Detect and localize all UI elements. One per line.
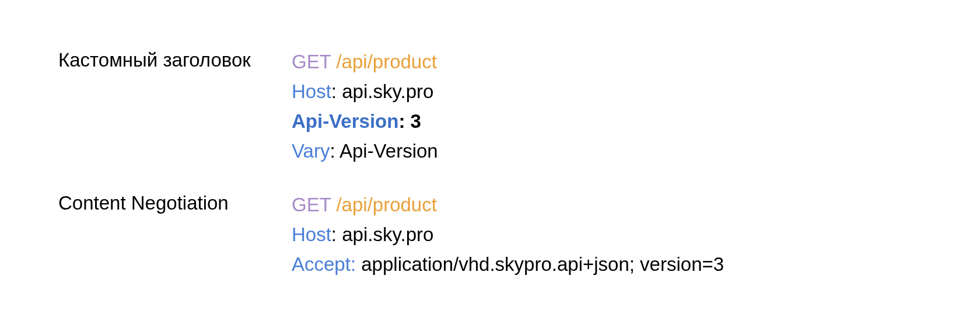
- http-method: GET: [292, 51, 331, 72]
- header-value: Api-Version: [340, 140, 438, 162]
- header-value: 3: [411, 110, 421, 132]
- header-value: application/vhd.skypro.api+json; version…: [361, 253, 724, 275]
- section-custom-header: Кастомный заголовок GET /api/product Hos…: [58, 47, 922, 166]
- header-key: Api-Version: [292, 110, 398, 132]
- section-label: Content Negotiation: [58, 190, 292, 214]
- label-text: Кастомный заголовок: [58, 49, 251, 71]
- request-line: GET /api/product: [292, 47, 922, 76]
- header-value: api.sky.pro: [342, 224, 433, 245]
- http-path: /api/product: [336, 194, 436, 215]
- http-request-block: GET /api/product Host: api.sky.pro Accep…: [292, 190, 922, 279]
- header-line-api-version: Api-Version: 3: [292, 106, 922, 136]
- section-content-negotiation: Content Negotiation GET /api/product Hos…: [58, 190, 922, 279]
- header-key: Accept: [292, 253, 351, 275]
- label-text: Content Negotiation: [58, 192, 229, 214]
- header-key: Vary: [292, 140, 330, 162]
- header-line-host: Host: api.sky.pro: [292, 219, 922, 249]
- http-path: /api/product: [336, 51, 436, 72]
- http-request-block: GET /api/product Host: api.sky.pro Api-V…: [292, 47, 922, 166]
- header-key: Host: [292, 224, 331, 245]
- header-line-vary: Vary: Api-Version: [292, 136, 922, 166]
- section-label: Кастомный заголовок: [58, 47, 292, 71]
- header-line-accept: Accept: application/vhd.skypro.api+json;…: [292, 249, 922, 279]
- header-key: Host: [292, 81, 331, 102]
- request-line: GET /api/product: [292, 190, 922, 219]
- http-method: GET: [292, 194, 331, 215]
- header-line-host: Host: api.sky.pro: [292, 76, 922, 106]
- header-value: api.sky.pro: [342, 81, 433, 102]
